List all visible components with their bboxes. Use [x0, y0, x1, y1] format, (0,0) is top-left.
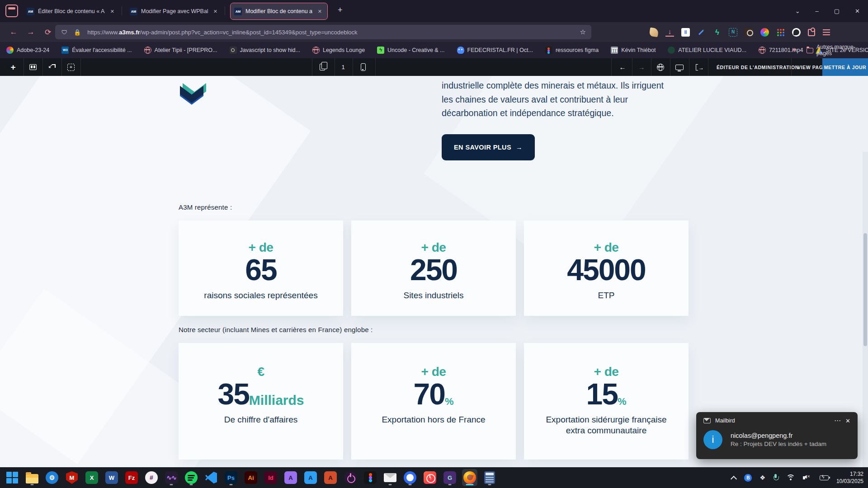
- indesign-taskbar-button[interactable]: Id: [263, 469, 278, 486]
- puzzle-extension-icon[interactable]: [808, 29, 815, 36]
- download-extension-icon[interactable]: ↓: [665, 28, 674, 37]
- update-button[interactable]: METTRE À JOUR: [822, 58, 868, 76]
- power-app-taskbar-button[interactable]: [343, 469, 358, 486]
- tabs-list-chevron-icon[interactable]: ⌄: [795, 8, 800, 14]
- close-tab-icon[interactable]: ✕: [212, 8, 219, 15]
- gitkraken-taskbar-button[interactable]: G: [442, 469, 458, 486]
- calculator-taskbar-button[interactable]: [482, 469, 497, 486]
- pen-extension-icon[interactable]: [697, 28, 706, 37]
- bookmark-item[interactable]: ϟUncode - Creative & ...: [377, 47, 444, 54]
- bookmark-item[interactable]: 7211801.mp4: [759, 47, 803, 54]
- dots-extension-icon[interactable]: [776, 28, 785, 37]
- signal-taskbar-button[interactable]: [402, 469, 418, 486]
- globe-icon[interactable]: [651, 58, 670, 76]
- spotify-taskbar-button[interactable]: [184, 469, 199, 486]
- drag-resize-button[interactable]: [42, 58, 61, 76]
- new-tab-button[interactable]: +: [338, 5, 343, 15]
- clock-app-taskbar-button[interactable]: [422, 469, 438, 486]
- minimize-button[interactable]: –: [816, 8, 819, 14]
- close-window-button[interactable]: ✕: [855, 8, 860, 14]
- scrollbar-thumb[interactable]: [863, 233, 867, 346]
- close-tab-icon[interactable]: ✕: [108, 8, 116, 15]
- affinity-designer-taskbar-button[interactable]: A: [303, 469, 318, 486]
- colorwheel-extension-icon[interactable]: ✓: [760, 28, 769, 37]
- admin-editor-button[interactable]: ÉDITEUR DE L'ADMINISTRATION: [717, 58, 799, 76]
- wrench-tool-taskbar-button[interactable]: ⚙: [44, 469, 60, 486]
- layout-templates-button[interactable]: [24, 58, 42, 76]
- bookmark-item[interactable]: W3Évaluer l'accessibilité ...: [61, 47, 132, 54]
- notification-more-button[interactable]: ⋯: [834, 417, 841, 425]
- excel-taskbar-button[interactable]: X: [84, 469, 99, 486]
- bookmark-item[interactable]: Javascript to show hid...: [230, 47, 300, 54]
- windows-start-taskbar-button[interactable]: [5, 469, 20, 486]
- stylus-extension-icon[interactable]: ϟ: [713, 28, 722, 37]
- other-bookmarks-button[interactable]: Autres marque-pages: [807, 42, 868, 58]
- browser-tab[interactable]: AMÉditer Bloc de contenu « A3M | (✕: [23, 3, 120, 19]
- tray-expand-chevron-icon[interactable]: [731, 475, 736, 480]
- add-element-button[interactable]: +: [4, 58, 23, 76]
- en-savoir-plus-button[interactable]: EN SAVOIR PLUS →: [442, 134, 535, 160]
- bookmark-item[interactable]: Adobe-23-24: [6, 47, 49, 54]
- url-text[interactable]: https://www.a3ms.fr/wp-admin/post.php?vc…: [87, 29, 580, 36]
- wp-forward-button[interactable]: →: [632, 58, 651, 76]
- dropbox-icon[interactable]: ❖: [760, 474, 765, 481]
- word-taskbar-button[interactable]: W: [104, 469, 119, 486]
- exit-editor-button[interactable]: [689, 58, 708, 76]
- url-bar[interactable]: 🛡 🔒 https://www.a3ms.fr/wp-admin/post.ph…: [55, 25, 591, 39]
- filezilla-taskbar-button[interactable]: Fz: [124, 469, 139, 486]
- file-explorer-taskbar-button[interactable]: [24, 469, 40, 486]
- firefox-view-icon[interactable]: [5, 5, 18, 17]
- affinity-publisher-taskbar-button[interactable]: A: [323, 469, 338, 486]
- reload-button[interactable]: ⟳: [42, 26, 54, 38]
- envelope-icon: [384, 473, 396, 482]
- privacy-extension-icon[interactable]: [792, 28, 801, 37]
- fonts-extension-icon[interactable]: II: [681, 28, 690, 37]
- affinity-photo-taskbar-button[interactable]: A: [283, 469, 298, 486]
- wifi-icon[interactable]: [786, 474, 795, 481]
- firefox-taskbar-button[interactable]: [462, 469, 477, 486]
- illustrator-taskbar-button[interactable]: Ai: [243, 469, 259, 486]
- slack-taskbar-button[interactable]: #: [144, 469, 159, 486]
- camera-extension-icon[interactable]: [745, 28, 753, 37]
- templates-button[interactable]: +: [61, 58, 80, 76]
- microphone-icon[interactable]: [773, 474, 778, 481]
- responsive-pages-button[interactable]: [313, 58, 332, 76]
- bookmarks-overflow-chevron[interactable]: »: [792, 45, 795, 54]
- lock-icon[interactable]: 🔒: [74, 29, 81, 36]
- bookmark-item[interactable]: ressources figma: [545, 47, 599, 54]
- bookmark-item[interactable]: Kévin Thiébot: [611, 47, 656, 54]
- mailbird-notification[interactable]: Mailbird ⋯ ✕ i nicolas@pengpeng.fr Re : …: [696, 412, 858, 459]
- forward-button[interactable]: →: [24, 26, 37, 38]
- browser-tab[interactable]: AMModifier Bloc de contenu avec✕: [231, 3, 327, 19]
- scrollbar-track[interactable]: [863, 152, 868, 467]
- wave-app-taskbar-button[interactable]: ∿∿: [164, 469, 179, 486]
- desktop-preview-button[interactable]: [670, 58, 689, 76]
- mail-taskbar-button[interactable]: [382, 469, 398, 486]
- photoshop-taskbar-button[interactable]: Ps: [223, 469, 239, 486]
- close-tab-icon[interactable]: ✕: [316, 8, 324, 15]
- bookmark-item[interactable]: Atelier Tipii - [PREPRO...: [144, 47, 217, 54]
- bookmark-item[interactable]: ATELIER LUCILE VIAUD...: [668, 47, 746, 54]
- mobile-preview-button[interactable]: [354, 58, 373, 76]
- maximize-button[interactable]: ▢: [834, 8, 840, 14]
- vscode-taskbar-button[interactable]: [203, 469, 219, 486]
- menu-extension-icon[interactable]: [822, 28, 831, 37]
- shield-icon[interactable]: 🛡: [61, 29, 67, 36]
- notion-extension-icon[interactable]: N: [729, 28, 737, 37]
- folder-icon: [807, 48, 813, 53]
- battery-icon[interactable]: [820, 475, 829, 480]
- unicorn-extension-icon[interactable]: [649, 27, 659, 37]
- volume-muted-icon[interactable]: [803, 474, 812, 481]
- zoom-scale-value[interactable]: 1: [336, 58, 350, 76]
- mcafee-taskbar-button[interactable]: M: [64, 469, 80, 486]
- wp-back-button[interactable]: ←: [613, 58, 632, 76]
- notification-close-button[interactable]: ✕: [845, 418, 850, 424]
- taskbar-clock[interactable]: 17:32 10/03/2025: [836, 470, 863, 485]
- bluetooth-icon[interactable]: B: [744, 474, 752, 482]
- bookmark-star-icon[interactable]: ☆: [580, 28, 586, 36]
- browser-tab[interactable]: AMModifier Page avec WPBakery É✕: [126, 3, 223, 19]
- back-button[interactable]: ←: [7, 26, 20, 38]
- figma-taskbar-button[interactable]: [363, 469, 378, 486]
- bookmark-item[interactable]: Legends Lounge: [312, 47, 365, 54]
- bookmark-item[interactable]: FEDECRISTAL.FR | Oct...: [457, 47, 533, 54]
